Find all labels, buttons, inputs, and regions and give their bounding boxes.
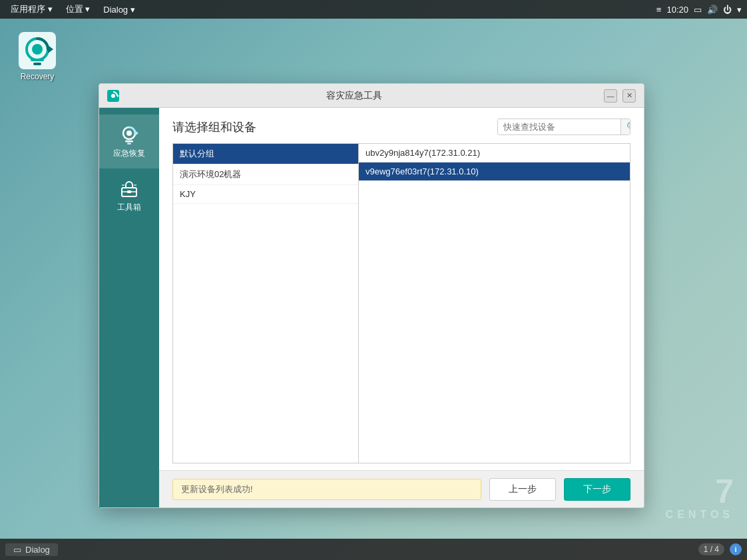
dialog-sidebar: 应急恢复 工具箱 — [99, 108, 159, 507]
devices-panel: ubv2y9nja814y7(172.31.0.21) v9ewg76ef03r… — [359, 143, 630, 463]
clock: 10:20 — [666, 5, 688, 15]
taskbar-dialog-item[interactable]: ▭ Dialog — [5, 543, 58, 556]
svg-point-2 — [32, 44, 43, 55]
taskbar-bottom-right: 1 / 4 i — [698, 543, 742, 555]
sidebar-item-toolbox[interactable]: 工具箱 — [99, 168, 159, 222]
taskbar-dialog-icon: ▭ — [13, 545, 21, 555]
group-item-kjy[interactable]: KJY — [173, 185, 358, 204]
groups-panel: 默认分组 演示环境02机器 KJY — [172, 143, 359, 463]
svg-rect-5 — [33, 63, 41, 65]
prev-button[interactable]: 上一步 — [489, 478, 556, 501]
svg-marker-11 — [135, 131, 138, 136]
power-icon: ⏻ — [723, 5, 732, 15]
menu-location[interactable]: 位置 ▾ — [61, 2, 96, 17]
group-item-demo[interactable]: 演示环境02机器 — [173, 164, 358, 185]
close-button[interactable]: ✕ — [622, 89, 636, 103]
menu-apps[interactable]: 应用程序 ▾ — [5, 2, 58, 17]
taskbar-top-right: ≡ 10:20 ▭ 🔊 ⏻ ▾ — [656, 5, 742, 15]
dialog-title-icon — [107, 90, 119, 102]
svg-rect-13 — [127, 143, 131, 145]
dialog-body: 应急恢复 工具箱 — [99, 108, 644, 507]
group-item-default[interactable]: 默认分组 — [173, 144, 358, 164]
device-item-1[interactable]: ubv2y9nja814y7(172.31.0.21) — [359, 144, 630, 162]
search-icon: 🔍 — [626, 122, 630, 132]
emergency-icon — [119, 124, 140, 145]
sidebar-label-emergency: 应急恢复 — [113, 148, 145, 159]
footer-notice: 更新设备列表成功! — [172, 479, 481, 500]
sidebar-label-toolbox: 工具箱 — [117, 202, 141, 213]
sidebar-item-emergency[interactable]: 应急恢复 — [99, 115, 159, 168]
svg-rect-4 — [31, 59, 44, 61]
svg-point-10 — [126, 131, 132, 136]
search-box: 🔍 — [497, 119, 630, 135]
info-button[interactable]: i — [730, 543, 742, 555]
dialog-window: 容灾应急工具 — ✕ — [99, 83, 644, 508]
toolbox-icon — [119, 178, 140, 199]
desktop: 应用程序 ▾ 位置 ▾ Dialog ▾ ≡ 10:20 ▭ 🔊 ⏻ ▾ — [0, 0, 747, 560]
svg-point-7 — [111, 94, 115, 98]
dialog-footer: 更新设备列表成功! 上一步 下一步 — [159, 470, 644, 507]
taskbar-bottom: ▭ Dialog 1 / 4 i — [0, 539, 747, 560]
dialog-header: 请选择组和设备 🔍 — [159, 108, 644, 143]
dialog-titlebar: 容灾应急工具 — ✕ — [99, 84, 644, 108]
system-icons: ≡ — [656, 5, 662, 15]
page-indicator: 1 / 4 — [698, 543, 724, 555]
next-button[interactable]: 下一步 — [564, 478, 630, 501]
minimize-button[interactable]: — — [604, 89, 617, 103]
taskbar-top: 应用程序 ▾ 位置 ▾ Dialog ▾ ≡ 10:20 ▭ 🔊 ⏻ ▾ — [0, 0, 747, 19]
taskbar-top-left: 应用程序 ▾ 位置 ▾ Dialog ▾ — [5, 2, 140, 17]
svg-rect-16 — [127, 190, 131, 193]
search-input[interactable] — [498, 119, 621, 135]
device-item-2[interactable]: v9ewg76ef03rt7(172.31.0.10) — [359, 162, 630, 181]
audio-icon: 🔊 — [707, 5, 718, 15]
dialog-header-title: 请选择组和设备 — [172, 119, 256, 135]
menu-dialog[interactable]: Dialog ▾ — [98, 3, 140, 16]
recovery-icon — [19, 32, 56, 69]
dialog-content: 默认分组 演示环境02机器 KJY ubv2y9nja814y7(172.31.… — [159, 143, 644, 470]
dialog-controls: — ✕ — [604, 89, 636, 103]
dialog-title: 容灾应急工具 — [124, 90, 584, 102]
desktop-icon-recovery[interactable]: Recovery — [11, 32, 64, 81]
display-icon: ▭ — [694, 5, 702, 15]
centos-watermark: 7 CENTOS — [666, 475, 734, 520]
dialog-main: 请选择组和设备 🔍 默认分组 — [159, 108, 644, 507]
svg-rect-12 — [125, 140, 133, 142]
search-button[interactable]: 🔍 — [621, 119, 630, 135]
recovery-label: Recovery — [21, 72, 55, 81]
